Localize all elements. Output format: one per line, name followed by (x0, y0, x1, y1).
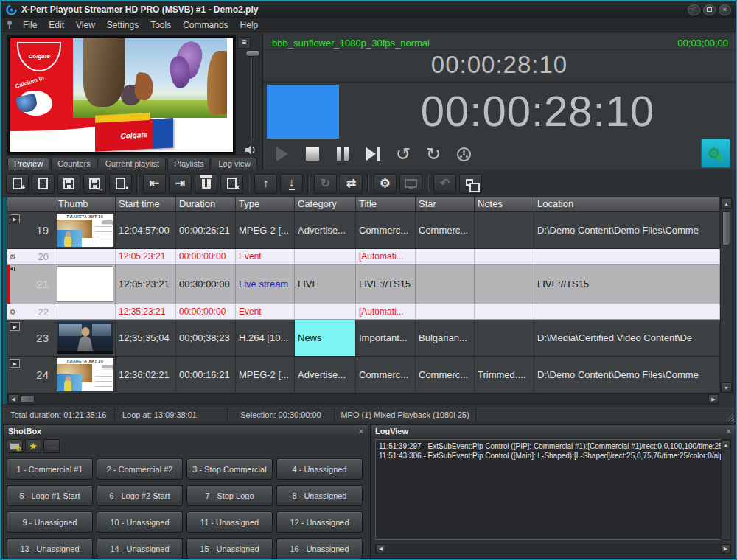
save-playlist-button[interactable] (57, 174, 80, 194)
add-clip-button[interactable]: + (6, 174, 29, 194)
undo-button[interactable]: ↺ (394, 145, 412, 163)
shotbox-button-11[interactable]: 11 - Unassigned (186, 511, 273, 533)
playlist-row-19[interactable]: ▶19 ПЛАНЕТА ХИТ 30 12:04:57:00 00:00:26:… (7, 212, 720, 249)
header-duration[interactable]: Duration (176, 197, 236, 212)
move-down-button[interactable]: ↓ (280, 174, 303, 194)
tab-playlists[interactable]: Playlists (167, 158, 210, 170)
playlist-row-21[interactable]: 21 12:05:23:21 00:30:00:00 Live stream L… (7, 265, 720, 304)
shotbox-button-2[interactable]: 2 - Commercial #2 (97, 458, 183, 480)
shotbox-close-icon[interactable]: × (359, 427, 363, 435)
scroll-down-button[interactable]: ▼ (721, 382, 732, 393)
header-start-time[interactable]: Start time (116, 197, 176, 212)
save-part-button[interactable]: ▪ (109, 174, 132, 194)
shotbox-button-16[interactable]: 16 - Unassigned (276, 538, 363, 559)
tab-current-playlist[interactable]: Current playlist (99, 158, 166, 170)
shuffle-button[interactable]: ⇄ (340, 174, 363, 194)
shotbox-button-1[interactable]: 1 - Commercial #1 (7, 458, 93, 480)
maximize-button[interactable] (703, 4, 716, 15)
shotbox-button-10[interactable]: 10 - Unassigned (97, 511, 183, 533)
playlist-horizontal-scrollbar[interactable]: ◀ ▶ (7, 393, 719, 405)
move-up-button[interactable]: ↑ (254, 174, 277, 194)
redo-icon: ↻ (426, 146, 441, 162)
shotbox-button-7[interactable]: 7 - Stop Logo (186, 485, 273, 506)
playlist-row-24[interactable]: ▶24 ПЛАНЕТА ХИТ 30 12:36:02:21 00:00:16:… (7, 357, 720, 393)
log-scroll-right-button[interactable]: ▶ (721, 545, 730, 553)
tab-preview[interactable]: Preview (7, 158, 49, 170)
status-playback-mode: MPO (1) Mixed Playback (1080i 25) (335, 407, 476, 421)
shotbox-button-3[interactable]: 3 - Stop Commercial (186, 458, 273, 480)
shotbox-button-4[interactable]: 4 - Unassigned (276, 458, 363, 480)
loop-button[interactable]: ↻ (314, 174, 337, 194)
settings-button[interactable]: ⚙ (374, 174, 397, 194)
playlist-row-22[interactable]: ⚙22 12:35:23:21 00:00:00:00 Event [Autom… (7, 304, 720, 320)
menu-help[interactable]: Help (235, 18, 264, 32)
menu-view[interactable]: View (71, 18, 100, 32)
save-as-button[interactable]: → (83, 174, 106, 194)
close-button[interactable]: × (719, 4, 731, 15)
shotbox-button-6[interactable]: 6 - Logo #2 Start (97, 485, 183, 506)
header-thumb[interactable]: Thumb (55, 197, 116, 212)
speaker-icon[interactable] (245, 144, 257, 158)
shotbox-button-15[interactable]: 15 - Unassigned (186, 538, 273, 559)
tab-log-view[interactable]: Log view (212, 158, 256, 170)
header-category[interactable]: Category (295, 197, 356, 212)
minimize-button[interactable]: – (688, 4, 700, 15)
pin-icon[interactable] (6, 20, 13, 30)
multi-window-button[interactable] (459, 174, 482, 194)
cue-button[interactable] (455, 145, 472, 163)
shotbox-button-14[interactable]: 14 - Unassigned (97, 538, 183, 559)
execute-button[interactable]: → (43, 439, 60, 453)
logview-close-icon[interactable]: × (727, 427, 731, 435)
play-button[interactable] (273, 145, 291, 163)
playlist-vertical-scrollbar[interactable]: ▲ ▼ (720, 197, 733, 393)
insert-below-button[interactable]: ⇥ (169, 174, 192, 194)
redo-button[interactable]: ↻ (425, 145, 442, 163)
preview-menu-icon[interactable]: ≡ (237, 37, 251, 49)
menu-tools[interactable]: Tools (145, 18, 176, 32)
vertical-scroll-thumb[interactable] (722, 211, 730, 245)
resize-grip[interactable] (725, 413, 734, 421)
shotbox-button-9[interactable]: 9 - Unassigned (7, 511, 93, 533)
pause-button[interactable] (334, 145, 352, 163)
insert-above-button[interactable]: ⇤ (143, 174, 166, 194)
shotbox-button-12[interactable]: 12 - Unassigned (276, 511, 363, 533)
log-text-area[interactable]: 11:51:39:297 - ExtSubEvent:Pip Control (… (375, 439, 731, 540)
stop-button[interactable] (304, 145, 321, 163)
menu-edit[interactable]: Edit (43, 18, 69, 32)
volume-slider-track[interactable] (251, 53, 254, 140)
toolbar-separator (367, 175, 369, 192)
scroll-up-button[interactable]: ▲ (721, 198, 732, 209)
header-notes[interactable]: Notes (475, 197, 534, 212)
tab-counters[interactable]: Counters (51, 158, 97, 170)
header-star[interactable]: Star (416, 197, 475, 212)
header-type[interactable]: Type (236, 197, 295, 212)
assign-keys-button[interactable]: ⚙ (7, 439, 23, 453)
favorites-button[interactable]: ★ (25, 439, 41, 453)
playout-settings-button[interactable]: ⚙ ⚙ (701, 139, 730, 168)
scroll-right-button[interactable]: ▶ (708, 394, 719, 404)
undo-edit-button[interactable]: ↶ (433, 174, 456, 194)
shotbox-button-13[interactable]: 13 - Unassigned (7, 538, 93, 559)
delete-clip-button[interactable] (195, 174, 217, 194)
next-button[interactable] (364, 145, 382, 163)
header-num[interactable] (7, 197, 55, 212)
playlist-row-23[interactable]: ▶23 12;35;35;04 00;00;38;23 H.264 [10...… (7, 320, 720, 357)
playlist-row-20[interactable]: ⚙20 12:05:23:21 00:00:00:00 Event [Autom… (7, 249, 720, 265)
log-scroll-up-button[interactable]: ▲ (722, 440, 730, 449)
horizontal-scroll-thumb[interactable] (20, 396, 35, 402)
clear-playlist-button[interactable]: × (220, 174, 243, 194)
menu-file[interactable]: File (18, 18, 42, 32)
insert-clip-button[interactable]: ← (32, 174, 55, 194)
scroll-left-button[interactable]: ◀ (8, 394, 18, 404)
shotbox-button-8[interactable]: 8 - Unassigned (276, 485, 363, 506)
logview-horizontal-scrollbar[interactable]: ◀ ▶ (375, 544, 731, 554)
log-scroll-left-button[interactable]: ◀ (376, 545, 385, 553)
menu-commands[interactable]: Commands (178, 18, 233, 32)
header-location[interactable]: Location (534, 197, 720, 212)
menu-settings[interactable]: Settings (102, 18, 144, 32)
monitor-button[interactable] (399, 174, 422, 194)
shotbox-button-5[interactable]: 5 - Logo #1 Start (7, 485, 93, 506)
logview-vertical-scrollbar[interactable]: ▲ (721, 439, 731, 540)
volume-slider-knob[interactable] (245, 50, 260, 57)
header-title[interactable]: Title (356, 197, 416, 212)
